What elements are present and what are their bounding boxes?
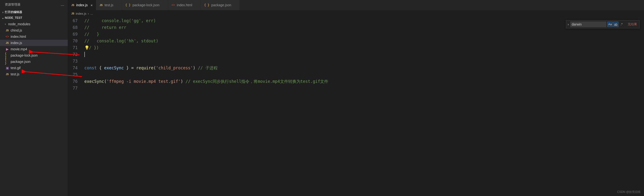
tab-label: index.html	[177, 3, 192, 7]
code-line[interactable]: // console.log('gg', err)	[84, 17, 156, 24]
file-tree-item[interactable]: ▣test.gif	[0, 65, 68, 71]
file-name: test.gif	[10, 66, 20, 70]
code-line[interactable]: execSync('ffmpeg -i movie.mp4 test.gif')…	[84, 78, 328, 85]
explorer-title: 资源管理器	[5, 2, 20, 7]
breadcrumb-sep: ›	[88, 12, 89, 15]
tab-label: package.json	[211, 3, 232, 7]
find-toggle-icon[interactable]: ›	[566, 22, 570, 26]
chevron-down-icon: ⌄	[1, 16, 5, 19]
open-editors-section[interactable]: › 打开的编辑器	[0, 9, 68, 15]
close-icon[interactable]: ×	[90, 3, 93, 7]
code-line[interactable]: 💡/ })	[84, 44, 99, 51]
file-tree: ›node_modulesJSchind.js<>index.htmlJSind…	[0, 20, 68, 78]
tab-label: index.js	[76, 3, 88, 7]
line-number: 75	[68, 71, 84, 78]
editor-tab[interactable]: <>index.html×	[168, 0, 201, 10]
tab-label: package-lock.json	[132, 3, 160, 7]
file-name: node_modules	[8, 22, 30, 26]
open-editors-label: 打开的编辑器	[5, 10, 22, 14]
code-line[interactable]: const { execSync } = require('child_proc…	[84, 64, 218, 71]
file-tree-item[interactable]: <>index.html	[0, 33, 68, 40]
line-number: 76	[68, 78, 84, 85]
file-tree-item[interactable]: JSchind.js	[0, 27, 68, 33]
editor-tab[interactable]: JSindex.js×	[68, 0, 96, 10]
file-name: index.html	[10, 35, 26, 38]
line-number: 67	[68, 17, 84, 24]
breadcrumb-file: index.js	[76, 12, 86, 15]
tab-label: test.js	[104, 3, 114, 7]
chevron-right-icon: ›	[1, 10, 5, 14]
code-line[interactable]: // return err	[84, 24, 126, 31]
file-name: package.json	[10, 60, 30, 64]
breadcrumb-rest: ...	[90, 12, 93, 15]
file-tree-item[interactable]: ›node_modules	[0, 21, 68, 27]
watermark: CSDN @拾荒旧痕	[617, 190, 641, 194]
explorer-header: 资源管理器 …	[0, 0, 68, 9]
line-number: 68	[68, 24, 84, 31]
find-options: Aa ab .*	[606, 22, 625, 27]
editor-tab[interactable]: { }package.json×	[201, 0, 240, 10]
match-case-toggle[interactable]: Aa	[607, 22, 613, 27]
line-number: 77	[68, 85, 84, 91]
line-number: 74	[68, 64, 84, 71]
line-number: 72	[68, 51, 84, 58]
project-section[interactable]: ⌄ NODE_TEST	[0, 15, 68, 20]
editor-tab[interactable]: JStest.js×	[96, 0, 122, 10]
breadcrumb[interactable]: JS index.js › ...	[68, 10, 644, 17]
find-input[interactable]	[570, 21, 606, 27]
find-widget: › Aa ab .* 无结果	[566, 20, 640, 28]
line-number: 70	[68, 37, 84, 44]
regex-toggle[interactable]: .*	[619, 22, 624, 27]
code-editor[interactable]: 67// console.log('gg', err)68// return e…	[68, 17, 644, 91]
project-name: NODE_TEST	[5, 16, 22, 19]
file-tree-item[interactable]: JStest.js	[0, 71, 68, 77]
text-cursor	[84, 52, 85, 57]
file-name: chind.js	[10, 28, 22, 32]
editor-tab[interactable]: { }package-lock.json×	[122, 0, 168, 10]
find-results: 无结果	[625, 22, 640, 26]
line-number: 71	[68, 44, 84, 51]
match-word-toggle[interactable]: ab	[613, 22, 618, 27]
file-name: movie.mp4	[10, 47, 27, 51]
tab-bar: JSindex.js×JStest.js×{ }package-lock.jso…	[68, 0, 644, 10]
file-name: index.js	[10, 41, 22, 45]
file-tree-item[interactable]: JSindex.js	[0, 40, 68, 46]
file-name: test.js	[10, 72, 20, 76]
more-actions-icon[interactable]: …	[60, 2, 65, 7]
line-number: 69	[68, 31, 84, 37]
file-name: package-lock.json	[10, 53, 38, 57]
code-line[interactable]: // console.log('hh', stdout)	[84, 37, 158, 44]
code-line[interactable]: // }	[84, 31, 99, 37]
js-icon: JS	[71, 12, 74, 15]
file-tree-item[interactable]: ▶movie.mp4	[0, 46, 68, 52]
file-tree-item[interactable]: { }package-lock.json	[0, 52, 68, 58]
line-number: 73	[68, 58, 84, 64]
editor-area: JSindex.js×JStest.js×{ }package-lock.jso…	[68, 0, 644, 196]
file-tree-item[interactable]: { }package.json	[0, 58, 68, 65]
explorer-sidebar: 资源管理器 … › 打开的编辑器 ⌄ NODE_TEST ›node_modul…	[0, 0, 68, 196]
